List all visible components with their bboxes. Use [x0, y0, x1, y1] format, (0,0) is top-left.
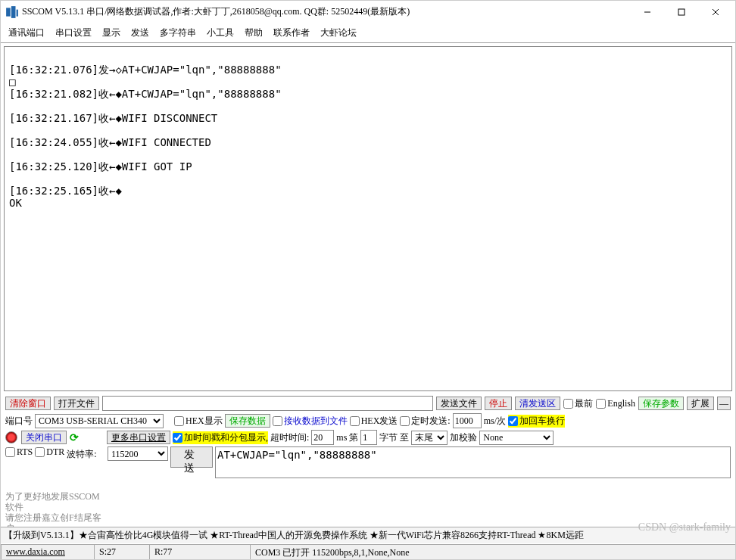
- maximize-button[interactable]: [664, 2, 698, 23]
- menu-contact[interactable]: 联系作者: [269, 25, 314, 41]
- app-icon: [5, 5, 19, 19]
- port-select[interactable]: COM3 USB-SERIAL CH340: [35, 414, 164, 428]
- on-top-label: 最前: [575, 397, 593, 410]
- minimize-button[interactable]: [630, 2, 664, 23]
- toolbar-row2: 端口号 COM3 USB-SERIAL CH340 HEX显示 保存数据 接收数…: [1, 412, 735, 429]
- hex-send-checkbox[interactable]: [350, 416, 360, 426]
- toolbar-row4: RTS DTR 波特率: 115200 发 送: [1, 446, 735, 479]
- interval-input[interactable]: [453, 413, 482, 428]
- toolbar-row1: 清除窗口 打开文件 发送文件 停止 清发送区 最前 English 保存参数 扩…: [1, 394, 735, 412]
- timeout-unit: ms: [336, 432, 347, 443]
- crlf-checkbox[interactable]: [508, 416, 518, 426]
- file-path-input[interactable]: [102, 396, 433, 411]
- send-input[interactable]: [215, 446, 731, 478]
- ms-unit-label: ms/次: [484, 415, 506, 428]
- recv-to-file-label: 接收数据到文件: [284, 415, 348, 428]
- clear-window-button[interactable]: 清除窗口: [5, 397, 51, 410]
- menu-forum[interactable]: 大虾论坛: [316, 25, 361, 41]
- english-label: English: [607, 398, 635, 409]
- menu-send[interactable]: 发送: [126, 25, 154, 41]
- timeout-input[interactable]: [311, 430, 334, 445]
- register-hint: 为了更好地发展SSCOM软件请您注册嘉立创F结尾客户: [5, 490, 105, 518]
- svg-rect-0: [6, 8, 11, 16]
- hex-show-checkbox[interactable]: [174, 416, 184, 426]
- status-bar: www.daxia.com S:27 R:77 COM3 已打开 115200b…: [1, 543, 735, 559]
- more-settings-button[interactable]: 更多串口设置: [107, 431, 170, 444]
- clear-send-button[interactable]: 清发送区: [515, 397, 560, 410]
- byte-from-input[interactable]: [360, 430, 377, 445]
- watermark: CSDN @stark-family: [638, 521, 731, 534]
- send-button[interactable]: 发 送: [170, 446, 213, 468]
- close-port-button[interactable]: 关闭串口: [21, 431, 67, 444]
- menu-display[interactable]: 显示: [98, 25, 125, 41]
- close-button[interactable]: [698, 2, 732, 23]
- titlebar: SSCOM V5.13.1 串口/网络数据调试器,作者:大虾丁丁,2618058…: [1, 1, 735, 23]
- checksum-label: 加校验: [450, 431, 477, 444]
- timed-send-label: 定时发送:: [411, 415, 450, 428]
- timestamp-label: 加时间戳和分包显示,: [184, 431, 268, 444]
- ad-bar: 【升级到V5.13.1】★合宙高性价比4G模块值得一试 ★RT-Thread中国…: [1, 527, 735, 544]
- crlf-label: 加回车换行: [519, 415, 565, 428]
- record-icon: [5, 431, 17, 443]
- collapse-button[interactable]: —: [717, 397, 731, 410]
- timeout-label: 超时时间:: [270, 431, 309, 444]
- send-file-button[interactable]: 发送文件: [436, 397, 482, 410]
- rts-checkbox[interactable]: [5, 447, 15, 457]
- hex-show-label: HEX显示: [186, 415, 223, 428]
- open-file-button[interactable]: 打开文件: [54, 397, 99, 410]
- svg-rect-1: [11, 6, 16, 18]
- port-label: 端口号: [5, 415, 33, 428]
- stop-button[interactable]: 停止: [485, 397, 512, 410]
- menu-port-settings[interactable]: 串口设置: [51, 25, 96, 41]
- menubar: 通讯端口 串口设置 显示 发送 多字符串 小工具 帮助 联系作者 大虾论坛: [1, 23, 735, 43]
- hex-send-label: HEX发送: [361, 415, 398, 428]
- on-top-checkbox[interactable]: [563, 399, 573, 409]
- recv-to-file-checkbox[interactable]: [273, 416, 282, 426]
- dtr-checkbox[interactable]: [35, 447, 45, 457]
- menu-help[interactable]: 帮助: [240, 25, 267, 41]
- window-title: SSCOM V5.13.1 串口/网络数据调试器,作者:大虾丁丁,2618058…: [22, 5, 630, 18]
- byte-unit: 字节 至: [379, 431, 409, 444]
- svg-rect-4: [678, 9, 685, 15]
- terminal-output[interactable]: [16:32:21.076]发→◇AT+CWJAP="lqn","8888888…: [4, 46, 732, 391]
- extend-button[interactable]: 扩展: [687, 397, 714, 410]
- status-port-info: COM3 已打开 115200bps,8,1,None,None: [250, 544, 735, 559]
- checksum-select[interactable]: None: [479, 431, 554, 445]
- english-checkbox[interactable]: [596, 399, 606, 409]
- timestamp-checkbox[interactable]: [173, 433, 182, 443]
- timed-send-checkbox[interactable]: [400, 416, 410, 426]
- dtr-label: DTR: [46, 446, 64, 458]
- refresh-icon[interactable]: ⟳: [69, 432, 80, 443]
- status-url[interactable]: www.daxia.com: [1, 544, 94, 559]
- end-select[interactable]: 末尾: [411, 431, 448, 445]
- menu-comm-port[interactable]: 通讯端口: [4, 25, 49, 41]
- save-params-button[interactable]: 保存参数: [638, 397, 684, 410]
- menu-multistring[interactable]: 多字符串: [155, 25, 201, 41]
- baud-label: 波特率:: [67, 449, 96, 459]
- svg-rect-2: [17, 9, 18, 16]
- nth-label: 第: [349, 431, 358, 444]
- rts-label: RTS: [17, 446, 33, 458]
- toolbar-row3: 关闭串口 ⟳ 更多串口设置 加时间戳和分包显示, 超时时间: ms 第 字节 至…: [1, 429, 735, 446]
- status-recv: R:77: [149, 544, 250, 559]
- baud-select[interactable]: 115200: [108, 446, 168, 461]
- menu-tools[interactable]: 小工具: [202, 25, 239, 41]
- save-data-button[interactable]: 保存数据: [225, 414, 270, 428]
- status-sent: S:27: [94, 544, 149, 559]
